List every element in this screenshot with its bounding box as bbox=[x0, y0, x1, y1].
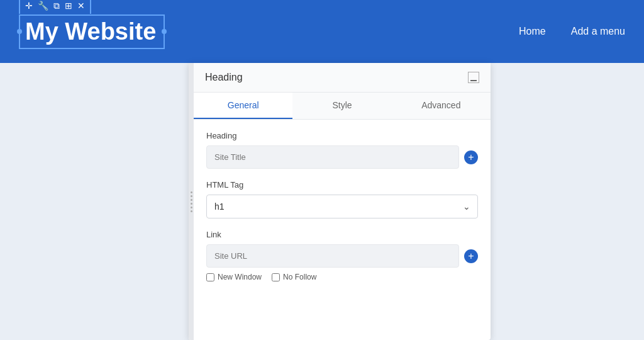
drag-dot bbox=[191, 195, 192, 197]
no-follow-label: No Follow bbox=[283, 273, 316, 281]
drag-dot bbox=[191, 210, 192, 212]
new-window-label: New Window bbox=[218, 273, 262, 281]
tab-advanced[interactable]: Advanced bbox=[392, 93, 491, 119]
html-tag-select-wrapper: h1 h2 h3 h4 h5 h6 div span p ⌄ bbox=[206, 195, 478, 218]
panel-title: Heading bbox=[205, 72, 243, 83]
drag-handle[interactable] bbox=[189, 63, 194, 340]
panel-header: Heading bbox=[194, 63, 491, 93]
tab-general[interactable]: General bbox=[194, 93, 292, 119]
link-add-button[interactable]: + bbox=[464, 249, 478, 263]
toolbar-icons: ✛ 🔧 ⧉ ⊞ ✕ bbox=[19, 0, 91, 14]
drag-dot bbox=[191, 203, 192, 205]
site-header: ✛ 🔧 ⧉ ⊞ ✕ My Website Home Add a menu bbox=[0, 0, 644, 63]
checkbox-row: New Window No Follow bbox=[206, 273, 478, 281]
nav-add-menu[interactable]: Add a menu bbox=[571, 26, 625, 37]
duplicate-icon[interactable]: ⧉ bbox=[53, 1, 60, 11]
tab-style[interactable]: Style bbox=[292, 93, 391, 119]
drag-dot bbox=[191, 191, 192, 193]
nav-home[interactable]: Home bbox=[519, 26, 546, 37]
panel-tabs: General Style Advanced bbox=[194, 93, 491, 120]
heading-field-group: Heading + bbox=[206, 131, 478, 169]
main-content: Heading General Style Advanced Heading + bbox=[0, 63, 644, 340]
link-input[interactable] bbox=[206, 244, 459, 268]
heading-field-label: Heading bbox=[206, 131, 478, 140]
heading-input[interactable] bbox=[206, 145, 459, 169]
heading-input-row: + bbox=[206, 145, 478, 169]
move-icon[interactable]: ✛ bbox=[25, 1, 33, 11]
nav-links: Home Add a menu bbox=[519, 26, 625, 37]
heading-add-button[interactable]: + bbox=[464, 150, 478, 164]
grid-icon[interactable]: ⊞ bbox=[65, 1, 72, 11]
close-icon[interactable]: ✕ bbox=[77, 1, 85, 11]
site-title-block[interactable]: ✛ 🔧 ⧉ ⊞ ✕ My Website bbox=[19, 14, 165, 49]
link-input-row: + bbox=[206, 244, 478, 268]
new-window-checkbox-label[interactable]: New Window bbox=[206, 273, 262, 281]
link-field-group: Link + New Window No Follow bbox=[206, 230, 478, 281]
settings-panel: Heading General Style Advanced Heading + bbox=[189, 63, 491, 340]
panel-inner: Heading General Style Advanced Heading + bbox=[194, 63, 491, 336]
drag-dot bbox=[191, 199, 192, 201]
no-follow-checkbox-label[interactable]: No Follow bbox=[272, 273, 316, 281]
html-tag-select[interactable]: h1 h2 h3 h4 h5 h6 div span p bbox=[206, 195, 478, 218]
site-title: My Website bbox=[25, 18, 156, 45]
drag-dot bbox=[191, 207, 192, 208]
edit-icon[interactable]: 🔧 bbox=[38, 1, 48, 11]
panel-body: Heading + HTML Tag h1 h2 h3 h4 bbox=[194, 120, 491, 336]
link-field-label: Link bbox=[206, 230, 478, 239]
no-follow-checkbox[interactable] bbox=[272, 273, 280, 281]
new-window-checkbox[interactable] bbox=[206, 273, 214, 281]
html-tag-field-group: HTML Tag h1 h2 h3 h4 h5 h6 div span p bbox=[206, 180, 478, 218]
html-tag-label: HTML Tag bbox=[206, 180, 478, 190]
minimize-button[interactable] bbox=[468, 72, 479, 83]
